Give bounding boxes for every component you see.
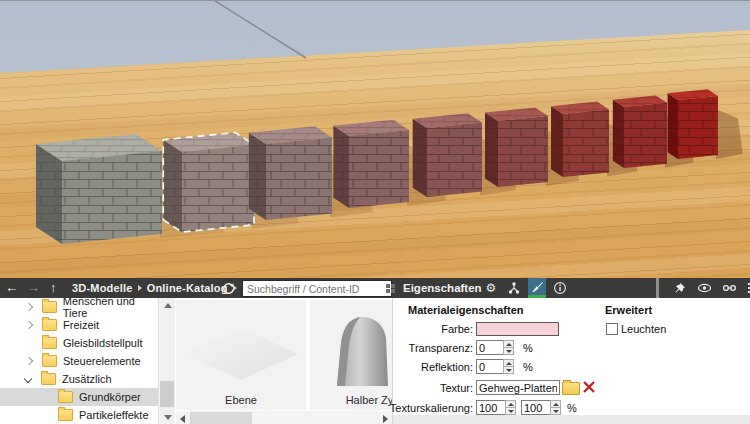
reflektion-label: Reflektion: bbox=[308, 361, 473, 373]
transparenz-input[interactable] bbox=[476, 340, 504, 355]
skal-x-input[interactable] bbox=[476, 400, 506, 415]
forward-icon[interactable]: → bbox=[27, 278, 40, 298]
skal-y-stepper[interactable] bbox=[550, 400, 561, 415]
transparenz-stepper[interactable] bbox=[503, 340, 514, 355]
tree-scrollbar[interactable] bbox=[158, 298, 175, 424]
app-window: ← → ↑ 3D-Modelle Online-Katalog E Eigens… bbox=[0, 0, 750, 424]
refresh-icon[interactable] bbox=[222, 278, 235, 298]
percent-sign: % bbox=[523, 342, 533, 354]
percent-sign: % bbox=[567, 402, 577, 414]
folder-icon bbox=[42, 355, 57, 367]
open-folder-icon[interactable] bbox=[562, 382, 580, 395]
main-toolbar: ← → ↑ 3D-Modelle Online-Katalog E Eigens… bbox=[0, 278, 750, 298]
tree-item-zusaetzlich[interactable]: Zusätzlich bbox=[0, 370, 158, 388]
up-icon[interactable]: ↑ bbox=[50, 278, 57, 298]
grid-view-icon[interactable] bbox=[386, 284, 395, 293]
remove-texture-icon[interactable] bbox=[582, 380, 596, 394]
textur-input[interactable] bbox=[476, 380, 560, 395]
properties-panel: Materialeigenschaften Erweitert Leuchten… bbox=[393, 298, 750, 424]
plane-thumbnail bbox=[176, 308, 306, 398]
scrollbar-thumb[interactable] bbox=[190, 412, 252, 424]
scrollbar-thumb[interactable] bbox=[160, 381, 174, 407]
expand-icon[interactable] bbox=[25, 321, 33, 329]
cubes-layer[interactable] bbox=[0, 1, 750, 278]
material-properties-header: Materialeigenschaften bbox=[408, 304, 524, 316]
scroll-up-icon[interactable] bbox=[164, 303, 172, 308]
hierarchy-icon[interactable] bbox=[505, 278, 523, 298]
expand-icon[interactable] bbox=[25, 303, 33, 311]
skal-y-input[interactable] bbox=[521, 400, 551, 415]
leuchten-checkbox[interactable] bbox=[606, 323, 618, 335]
pin-icon[interactable] bbox=[670, 278, 688, 298]
background-wire bbox=[212, 1, 306, 58]
folder-icon bbox=[42, 301, 57, 313]
folder-icon bbox=[41, 373, 56, 385]
search-box bbox=[242, 280, 392, 297]
paint-brush-icon[interactable] bbox=[528, 278, 546, 298]
tree-item-grundkoerper[interactable]: Grundkörper bbox=[0, 388, 158, 406]
panel-footer bbox=[393, 415, 750, 424]
toolbar-separator bbox=[656, 278, 659, 298]
category-tree: Menschen und Tiere Freizeit Gleisbildste… bbox=[0, 298, 158, 424]
tree-item-partikeleffekte[interactable]: Partikeleffekte bbox=[0, 406, 158, 424]
eye-icon[interactable] bbox=[695, 278, 713, 298]
farbe-label: Farbe: bbox=[308, 323, 473, 335]
back-icon[interactable]: ← bbox=[5, 278, 18, 298]
breadcrumb-3d-modelle[interactable]: 3D-Modelle bbox=[72, 282, 133, 294]
texturskalierung-label: Texturskalierung: bbox=[308, 402, 473, 414]
textur-label: Textur: bbox=[308, 382, 473, 394]
reflektion-input[interactable] bbox=[476, 359, 504, 374]
bottom-panel: Menschen und Tiere Freizeit Gleisbildste… bbox=[0, 298, 750, 424]
info-icon[interactable] bbox=[551, 278, 569, 298]
breadcrumb-separator-icon bbox=[138, 285, 142, 291]
expand-icon[interactable] bbox=[25, 357, 33, 365]
breadcrumb-online-katalog[interactable]: Online-Katalog bbox=[147, 282, 228, 294]
properties-tab-title: Eigenschaften bbox=[403, 278, 482, 298]
viewport-3d[interactable] bbox=[0, 1, 750, 278]
search-input[interactable] bbox=[243, 283, 386, 295]
folder-icon bbox=[58, 391, 73, 403]
folder-icon bbox=[42, 319, 57, 331]
scroll-left-icon[interactable] bbox=[180, 415, 185, 423]
transparenz-label: Transparenz: bbox=[308, 342, 473, 354]
folder-icon bbox=[42, 337, 57, 349]
collapse-icon[interactable] bbox=[24, 375, 32, 383]
tree-item-freizeit[interactable]: Freizeit bbox=[0, 316, 158, 334]
tree-item-steuerelemente[interactable]: Steuerelemente bbox=[0, 352, 158, 370]
reflektion-stepper[interactable] bbox=[503, 359, 514, 374]
tree-item-menschen-und-tiere[interactable]: Menschen und Tiere bbox=[0, 298, 158, 316]
gear-icon[interactable]: ⚙ bbox=[482, 278, 500, 298]
tree-item-gleisbildstellpult[interactable]: Gleisbildstellpult bbox=[0, 334, 158, 352]
folder-icon bbox=[58, 409, 73, 421]
link-icon[interactable] bbox=[720, 278, 738, 298]
catalog-item-label: Ebene bbox=[176, 394, 306, 406]
advanced-header: Erweitert bbox=[605, 304, 652, 316]
scroll-down-icon[interactable] bbox=[164, 415, 172, 420]
catalog-item-ebene[interactable]: Ebene bbox=[176, 300, 306, 410]
percent-sign: % bbox=[523, 361, 533, 373]
leuchten-label: Leuchten bbox=[621, 323, 666, 335]
color-swatch[interactable] bbox=[476, 322, 559, 336]
cube-row[interactable] bbox=[36, 89, 743, 244]
menu-icon[interactable] bbox=[745, 278, 750, 298]
scroll-right-icon[interactable] bbox=[383, 415, 388, 423]
skal-x-stepper[interactable] bbox=[505, 400, 516, 415]
